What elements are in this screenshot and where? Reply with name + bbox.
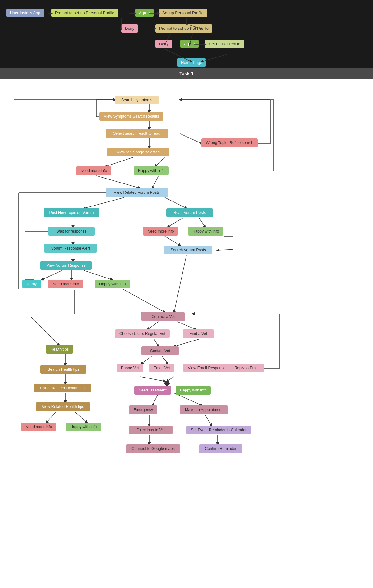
svg-line-76 — [47, 412, 56, 423]
svg-line-21 — [155, 157, 165, 166]
happy-with-info-3: Happy with info — [95, 280, 130, 288]
health-tips: Health tips — [46, 345, 73, 354]
view-related-vorum: View Related Vorum Posts — [106, 188, 168, 197]
agree-personal: Agree — [135, 9, 154, 17]
diagram-area: Search symptoms View Symptoms Search Res… — [0, 79, 373, 588]
happy-with-info-ht: Happy with info — [66, 423, 101, 431]
happy-with-info-1: Happy with info — [134, 166, 169, 175]
confirm-reminder: Confirm Reminder — [199, 444, 242, 453]
emergency: Emergency — [129, 405, 157, 414]
view-symptoms-results: View Symptoms Search Results — [99, 112, 163, 121]
svg-line-58 — [152, 393, 159, 405]
svg-line-53 — [162, 356, 168, 364]
setup-pet-profile: Set up Pet Profile — [205, 40, 244, 48]
read-vorum-posts: Read Vorum Posts — [166, 208, 213, 217]
svg-line-77 — [75, 412, 87, 423]
deny-personal: Deny — [121, 24, 138, 33]
phone-vet: Phone Vet — [117, 364, 143, 372]
task-header: Task 1 — [0, 68, 373, 79]
svg-line-25 — [165, 197, 186, 208]
user-installs-app: User Installs App — [6, 9, 44, 17]
svg-line-48 — [148, 322, 159, 329]
svg-line-16 — [180, 134, 202, 144]
svg-line-23 — [152, 176, 159, 188]
need-treatment: Need Treatment — [134, 386, 171, 395]
view-vorum-response: View Vorum Response — [40, 261, 92, 270]
need-more-info-3: Need more info — [48, 280, 83, 288]
prompt-personal-profile: Prompt to set up Personal Profile — [51, 9, 118, 17]
wait-response: Wait for response — [48, 227, 95, 236]
contact-a-vet: Contact a Vet — [141, 312, 185, 321]
svg-line-61 — [205, 415, 211, 426]
connect-google-maps: Connect to Google maps — [126, 444, 180, 453]
view-health-tips: View Related Health tips — [36, 402, 90, 411]
need-more-info-2: Need more info — [143, 227, 178, 236]
view-email-response: View Email Response — [183, 364, 230, 372]
vorum-response-alert: Vorum Response Alert — [44, 244, 97, 253]
reply-button: Reply — [22, 280, 41, 288]
make-appointment: Make an Appointment — [180, 405, 228, 414]
svg-line-52 — [141, 356, 152, 364]
svg-line-22 — [96, 176, 140, 188]
svg-line-47 — [174, 255, 186, 312]
happy-with-info-2: Happy with info — [188, 227, 223, 236]
contact-vet2: Contact Vet — [141, 346, 179, 355]
svg-line-57 — [167, 377, 174, 381]
set-event-reminder: Set Event Reminder in Calendar — [186, 426, 251, 434]
svg-line-40 — [199, 218, 205, 227]
svg-line-51 — [174, 339, 200, 346]
svg-line-20 — [106, 157, 134, 166]
search-symptoms: Search symptoms — [115, 96, 159, 104]
need-more-info-1: Need more info — [76, 166, 111, 175]
view-topic-page: View topic page selected — [107, 148, 169, 156]
directions-to-vet: Directions to Vet — [129, 426, 173, 434]
list-health-tips: List of Related Health tips — [34, 384, 91, 392]
need-more-info-ht: Need more info — [21, 423, 56, 431]
agree-pet: Agree — [180, 40, 199, 48]
home-page: Home Page — [177, 58, 206, 67]
setup-personal-profile: Set up Personal Profile — [159, 9, 207, 17]
post-new-topic: Post New Topic on Vorum — [44, 208, 99, 217]
svg-line-38 — [123, 289, 165, 312]
task-section: Task 1 — [0, 68, 373, 588]
svg-line-24 — [84, 197, 124, 208]
deny-pet: Deny — [155, 40, 172, 48]
choose-regular-vet: Choose Users Regular Vet — [115, 329, 170, 338]
svg-line-44 — [218, 249, 233, 250]
prompt-pet-profile: Prompt to set up Pet Profile — [155, 24, 212, 33]
svg-line-29 — [42, 270, 62, 280]
svg-line-31 — [84, 270, 112, 280]
wrong-topic: Wrong Topic, Refine search — [201, 138, 258, 147]
diamond-decision — [164, 380, 170, 387]
svg-line-72 — [31, 317, 59, 345]
svg-line-41 — [165, 236, 180, 246]
onboarding-flow: User Installs App Prompt to set up Perso… — [0, 0, 373, 68]
svg-line-56 — [140, 377, 165, 381]
happy-with-info-4: Happy with info — [176, 386, 211, 395]
svg-line-49 — [177, 322, 196, 329]
svg-line-59 — [174, 393, 202, 405]
search-vorum-posts: Search Vorum Posts — [164, 246, 212, 254]
find-a-vet: Find a Vet — [183, 329, 214, 338]
search-health-tips: Search Health tips — [40, 365, 86, 374]
svg-line-50 — [154, 339, 159, 346]
svg-line-39 — [168, 218, 183, 227]
reply-to-email: Reply to Email — [230, 364, 264, 372]
email-vet: Email Vet — [149, 364, 174, 372]
select-search-result: Select search result to read — [106, 129, 168, 138]
